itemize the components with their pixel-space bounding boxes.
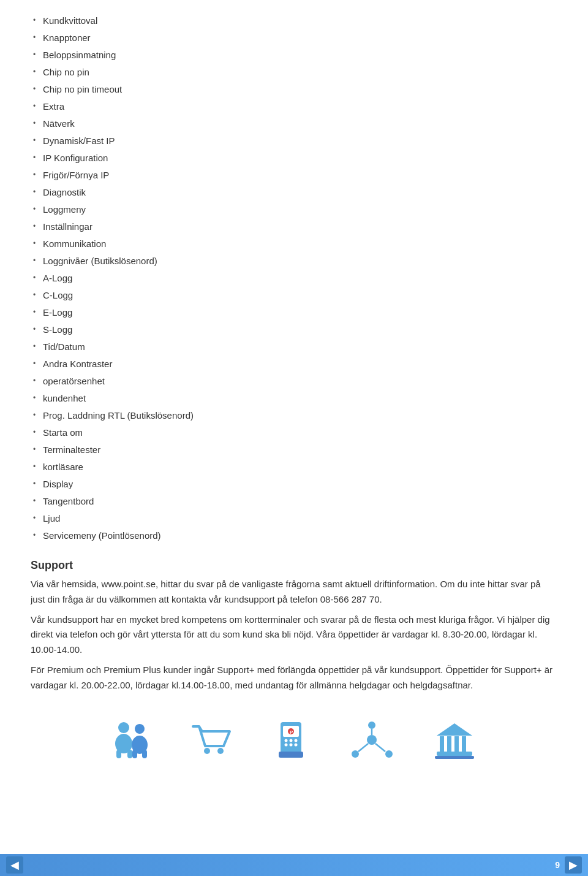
svg-rect-32	[454, 736, 459, 752]
list-item: Servicemeny (Pointlösenord)	[31, 527, 557, 544]
bank-icon	[432, 720, 478, 760]
list-item: A-Logg	[31, 270, 557, 287]
svg-rect-34	[437, 752, 472, 756]
list-item: Prog. Laddning RTL (Butikslösenord)	[31, 407, 557, 424]
network-icon-item	[349, 720, 395, 760]
list-item: Terminaltester	[31, 441, 557, 459]
payment-icon: P	[270, 717, 312, 760]
svg-point-15	[295, 739, 298, 742]
svg-point-18	[295, 744, 298, 747]
cart-icon	[190, 720, 233, 760]
people-icon-item	[110, 720, 153, 760]
svg-rect-35	[435, 756, 474, 759]
list-item: Kundkvittoval	[31, 12, 557, 29]
people-icon	[110, 720, 153, 760]
support-paragraph-3: För Premium och Premium Plus kunder ingå…	[31, 663, 557, 693]
svg-point-16	[285, 744, 288, 747]
list-item: Knapptoner	[31, 29, 557, 47]
page-content: KundkvittovalKnapptonerBeloppsinmatningC…	[0, 0, 588, 815]
page-number: 9	[555, 860, 560, 870]
list-item: Ljud	[31, 510, 557, 527]
svg-point-22	[367, 735, 377, 745]
svg-point-2	[135, 724, 145, 734]
svg-rect-7	[142, 750, 147, 758]
list-item: kundenhet	[31, 390, 557, 407]
svg-point-17	[290, 744, 293, 747]
list-item: Dynamisk/Fast IP	[31, 132, 557, 150]
svg-rect-33	[462, 736, 466, 752]
cart-icon-item	[190, 720, 233, 760]
list-item: Kommunikation	[31, 235, 557, 253]
svg-rect-6	[132, 750, 137, 758]
next-button[interactable]: ▶	[565, 856, 582, 874]
bottom-nav: ◀ 9 ▶	[0, 854, 588, 876]
list-item: Tangentbord	[31, 493, 557, 510]
support-paragraph-2: Vår kundsupport har en mycket bred kompe…	[31, 612, 557, 658]
list-item: operatörsenhet	[31, 373, 557, 390]
support-paragraph-1: Via vår hemsida, www.point.se, hittar du…	[31, 577, 557, 607]
svg-rect-31	[447, 736, 451, 752]
list-item: Loggnivåer (Butikslösenord)	[31, 253, 557, 270]
list-item: Display	[31, 476, 557, 493]
next-arrow-icon: ▶	[569, 858, 578, 872]
list-item: Nätverk	[31, 115, 557, 132]
svg-line-26	[358, 744, 368, 752]
list-item: Andra Kontraster	[31, 356, 557, 373]
list-item: Tid/Datum	[31, 338, 557, 356]
prev-button[interactable]: ◀	[6, 856, 23, 874]
list-item: Inställningar	[31, 218, 557, 235]
payment-icon-item: P	[270, 717, 312, 760]
icon-row: P	[31, 711, 557, 766]
bank-icon-item	[432, 720, 478, 760]
prev-arrow-icon: ◀	[10, 858, 19, 872]
svg-rect-5	[127, 750, 132, 758]
list-item: Diagnostik	[31, 184, 557, 201]
list-item: IP Konfiguration	[31, 150, 557, 167]
list-item: kortläsare	[31, 459, 557, 476]
svg-point-9	[217, 748, 224, 754]
list-item: Chip no pin timeout	[31, 81, 557, 98]
network-icon	[349, 720, 395, 760]
svg-point-8	[204, 748, 210, 754]
menu-list: KundkvittovalKnapptonerBeloppsinmatningC…	[31, 12, 557, 544]
svg-point-23	[352, 750, 359, 758]
nav-right-area: 9 ▶	[555, 856, 582, 874]
svg-text:P: P	[290, 729, 293, 735]
list-item: Extra	[31, 98, 557, 115]
support-paragraphs: Via vår hemsida, www.point.se, hittar du…	[31, 577, 557, 693]
list-item: Chip no pin	[31, 64, 557, 81]
svg-point-24	[368, 722, 375, 729]
svg-point-0	[118, 722, 129, 733]
svg-rect-21	[279, 752, 303, 758]
svg-rect-30	[440, 736, 444, 752]
svg-rect-4	[116, 750, 121, 758]
list-item: Starta om	[31, 424, 557, 441]
list-item: Frigör/Förnya IP	[31, 167, 557, 184]
svg-point-13	[285, 739, 288, 742]
list-item: Beloppsinmatning	[31, 47, 557, 64]
list-item: E-Logg	[31, 304, 557, 321]
list-item: S-Logg	[31, 321, 557, 338]
list-item: C-Logg	[31, 287, 557, 304]
svg-point-14	[290, 739, 293, 742]
svg-marker-29	[437, 723, 472, 736]
svg-line-28	[375, 744, 385, 752]
support-title: Support	[31, 559, 557, 572]
list-item: Loggmeny	[31, 201, 557, 218]
svg-point-25	[385, 750, 393, 758]
